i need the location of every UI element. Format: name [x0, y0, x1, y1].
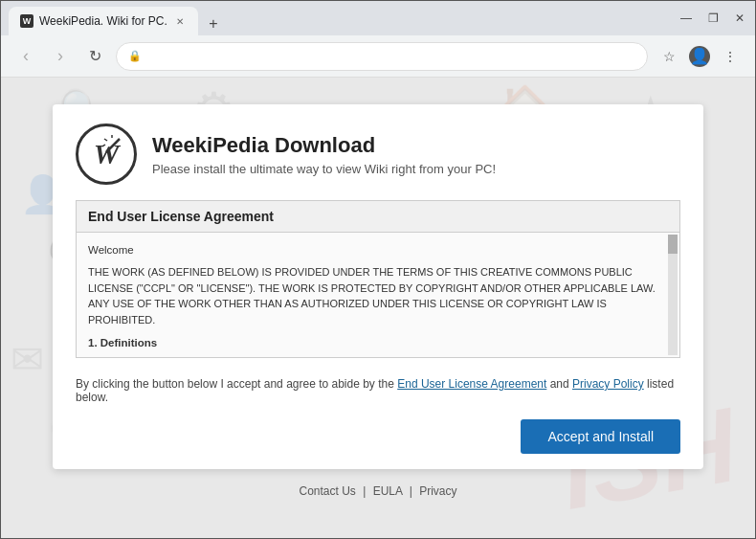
- eula-welcome: Welcome: [88, 242, 668, 258]
- page-content: 🔍 ⚙ ☁ 🏠 ★ 👤 🔔 💬 📶 ✉ 🌐 🔍 🖼 Ⓦ 🛡 🏠 ISH W: [1, 78, 755, 538]
- forward-button[interactable]: ›: [47, 43, 74, 70]
- tab-strip: W WeekiPedia. Wiki for PC. ✕ +: [9, 1, 225, 35]
- tab-favicon: W: [20, 14, 33, 28]
- eula-section-title: End User License Agreement: [77, 201, 679, 233]
- card-header: W WeekiPedia Download Please install the…: [53, 104, 703, 200]
- address-bar[interactable]: 🔒: [116, 42, 648, 71]
- reload-button[interactable]: ↻: [81, 43, 108, 70]
- bg-icon-mail: ✉: [11, 336, 44, 383]
- title-bar: W WeekiPedia. Wiki for PC. ✕ + — ❐ ✕: [1, 1, 755, 35]
- active-tab[interactable]: W WeekiPedia. Wiki for PC. ✕: [9, 7, 198, 35]
- page-subtitle: Please install the ultimate way to view …: [152, 162, 496, 176]
- kebab-menu-icon: ⋮: [723, 49, 737, 64]
- nav-bar: ‹ › ↻ 🔒 ☆ 👤 ⋮: [1, 35, 755, 78]
- accept-install-button[interactable]: Accept and Install: [521, 419, 680, 454]
- eula-definition-header: 1. Definitions: [88, 335, 668, 351]
- star-icon: ☆: [663, 49, 676, 64]
- eula-body-text: THE WORK (AS DEFINED BELOW) IS PROVIDED …: [88, 264, 668, 327]
- eula-scrollbar[interactable]: [668, 235, 678, 355]
- minimize-button[interactable]: —: [678, 11, 694, 25]
- page-title: WeekiPedia Download: [152, 133, 496, 158]
- profile-icon: 👤: [689, 46, 710, 67]
- privacy-footer-link[interactable]: Privacy: [419, 484, 456, 498]
- browser-window: W WeekiPedia. Wiki for PC. ✕ + — ❐ ✕ ‹ ›…: [0, 0, 756, 539]
- eula-scrollbar-thumb[interactable]: [668, 235, 678, 254]
- agreement-prefix: By clicking the button below I accept an…: [76, 377, 397, 391]
- new-tab-button[interactable]: +: [202, 12, 225, 35]
- close-button[interactable]: ✕: [732, 11, 747, 25]
- eula-definition-text: "Adaptation" means a work based upon the…: [88, 356, 668, 358]
- svg-line-2: [102, 145, 105, 146]
- eula-link[interactable]: End User License Agreement: [397, 377, 546, 391]
- maximize-button[interactable]: ❐: [705, 11, 721, 25]
- card-header-text: WeekiPedia Download Please install the u…: [152, 133, 496, 176]
- nav-right-icons: ☆ 👤 ⋮: [656, 43, 744, 70]
- window-controls: — ❐ ✕: [678, 11, 747, 25]
- bookmark-button[interactable]: ☆: [656, 43, 682, 70]
- forward-icon: ›: [57, 46, 63, 66]
- lock-icon: 🔒: [128, 50, 142, 62]
- reload-icon: ↻: [89, 47, 101, 65]
- svg-marker-1: [120, 137, 123, 141]
- eula-footer-link[interactable]: EULA: [373, 484, 403, 498]
- eula-section: End User License Agreement Welcome THE W…: [76, 200, 680, 358]
- tab-title: WeekiPedia. Wiki for PC.: [39, 14, 167, 28]
- eula-body[interactable]: Welcome THE WORK (AS DEFINED BELOW) IS P…: [77, 233, 679, 357]
- weekipedia-logo: W: [76, 124, 137, 185]
- agreement-text: By clicking the button below I accept an…: [53, 370, 703, 415]
- svg-line-0: [106, 139, 120, 152]
- footer-sep2: |: [410, 484, 412, 498]
- main-card: W WeekiPedia Download Please install the…: [53, 104, 703, 469]
- contact-link[interactable]: Contact Us: [299, 484, 355, 498]
- tab-close-button[interactable]: ✕: [173, 14, 187, 28]
- back-button[interactable]: ‹: [12, 43, 39, 70]
- footer-sep1: |: [363, 484, 366, 498]
- profile-button[interactable]: 👤: [686, 43, 713, 70]
- menu-button[interactable]: ⋮: [717, 43, 744, 70]
- logo-wand-icon: [102, 135, 123, 156]
- footer: Contact Us | EULA | Privacy: [299, 484, 456, 498]
- back-icon: ‹: [23, 46, 29, 66]
- privacy-policy-link[interactable]: Privacy Policy: [572, 377, 644, 391]
- agreement-middle: and: [546, 377, 572, 391]
- svg-line-4: [104, 139, 107, 141]
- action-row: Accept and Install: [53, 415, 703, 469]
